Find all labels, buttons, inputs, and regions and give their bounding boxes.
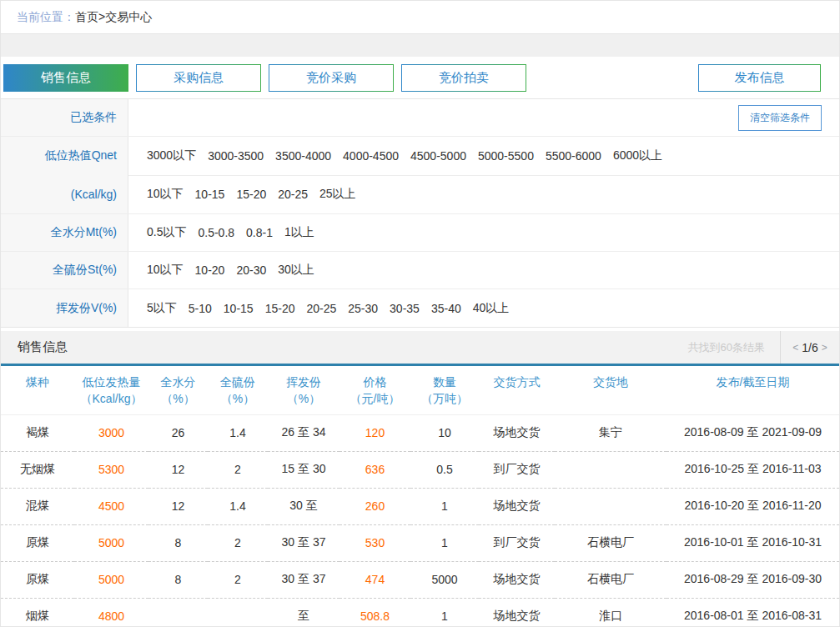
filter-option[interactable]: 15-20 <box>236 188 266 201</box>
filter-option[interactable]: 5以下 <box>147 301 177 316</box>
tab-sales-info[interactable]: 销售信息 <box>3 64 128 92</box>
clear-filters-button[interactable]: 清空筛选条件 <box>738 105 822 131</box>
prev-page-icon[interactable]: < <box>792 342 798 354</box>
breadcrumb-path[interactable]: 首页>交易中心 <box>75 10 152 25</box>
volatile-matter: 26 至 34 <box>268 414 340 451</box>
filter-options-sulfur: 10以下 10-20 20-30 30以上 <box>128 252 839 288</box>
table-row[interactable]: 原煤 5000 8 2 30 至 37 530 1 到厂交货 石横电厂 2016… <box>1 524 839 561</box>
volatile-matter: 15 至 30 <box>268 451 340 488</box>
filter-option[interactable]: 5-10 <box>189 302 212 315</box>
sales-table: 煤种 低位发热量（Kcal/kg） 全水分（%） 全硫份（%） 挥发份（%） 价… <box>1 366 839 627</box>
col-delivery-place: 交货地 <box>555 366 666 414</box>
results-header: 销售信息 共找到60条结果 < 1/6 > <box>1 331 839 366</box>
filter-option[interactable]: 1以上 <box>284 225 314 240</box>
filter-option[interactable]: 6000以上 <box>613 148 662 163</box>
filter-option[interactable]: 35-40 <box>431 302 461 315</box>
volatile-matter: 30 至 37 <box>268 524 340 561</box>
calorific-value: 4500 <box>74 488 148 524</box>
filter-row-qnet: 低位热值Qnet (Kcal/kg) 3000以下 3000-3500 3500… <box>1 137 839 214</box>
filter-option[interactable]: 20-30 <box>236 263 266 277</box>
filter-option[interactable]: 4000-4500 <box>343 149 399 163</box>
total-moisture <box>148 598 208 627</box>
table-row[interactable]: 无烟煤 5300 12 2 15 至 30 636 0.5 到厂交货 2016-… <box>1 451 839 488</box>
calorific-value: 5300 <box>74 451 148 488</box>
price: 474 <box>340 561 410 598</box>
filter-option[interactable]: 20-25 <box>306 302 336 315</box>
table-row[interactable]: 原煤 5000 8 2 30 至 37 474 5000 场地交货 石横电厂 2… <box>1 561 839 598</box>
total-sulfur: 2 <box>208 524 268 561</box>
col-total-moisture: 全水分（%） <box>148 366 208 414</box>
total-moisture: 8 <box>148 561 208 598</box>
filter-option[interactable]: 30-35 <box>390 302 420 315</box>
volatile-matter: 30 至 37 <box>268 561 340 598</box>
filter-option[interactable]: 10-15 <box>195 188 225 201</box>
filter-label-qnet-line2: (Kcal/kg) <box>71 175 117 213</box>
table-row[interactable]: 烟煤 4800 至 508.8 1 场地交货 淮口 2016-08-01 至 2… <box>1 598 839 627</box>
total-moisture: 26 <box>148 414 208 451</box>
results-title: 销售信息 <box>1 331 68 364</box>
tab-bidding-auction[interactable]: 竞价拍卖 <box>401 64 526 92</box>
filter-option[interactable]: 25以上 <box>319 187 356 202</box>
total-sulfur: 1.4 <box>208 488 268 524</box>
quantity: 0.5 <box>410 451 479 488</box>
filter-option[interactable]: 15-20 <box>265 302 295 315</box>
filter-label-selected: 已选条件 <box>1 99 128 136</box>
filter-options-qnet: 3000以下 3000-3500 3500-4000 4000-4500 450… <box>128 137 839 176</box>
delivery-method: 到厂交货 <box>479 451 555 488</box>
delivery-method: 场地交货 <box>479 488 555 524</box>
price: 120 <box>340 414 410 451</box>
filter-option[interactable]: 5500-6000 <box>546 149 601 163</box>
table-row[interactable]: 褐煤 3000 26 1.4 26 至 34 120 10 场地交货 集宁 20… <box>1 414 839 451</box>
delivery-place: 淮口 <box>555 598 666 627</box>
filter-option[interactable]: 3500-4000 <box>275 149 331 163</box>
col-date-range: 发布/截至日期 <box>666 366 839 414</box>
filter-option[interactable]: 10-15 <box>224 302 254 315</box>
coal-type: 混煤 <box>1 488 74 524</box>
filter-row-selected: 已选条件 清空筛选条件 <box>1 99 839 137</box>
volatile-matter: 30 至 <box>268 488 340 524</box>
table-header-row: 煤种 低位发热量（Kcal/kg） 全水分（%） 全硫份（%） 挥发份（%） 价… <box>1 366 839 414</box>
filter-option[interactable]: 0.8-1 <box>246 226 273 239</box>
filter-label-volatile: 挥发份V(%) <box>1 289 128 327</box>
filter-option[interactable]: 0.5-0.8 <box>198 226 234 239</box>
quantity: 10 <box>410 414 479 451</box>
filter-option[interactable]: 25-30 <box>348 302 378 315</box>
total-moisture: 8 <box>148 524 208 561</box>
page-indicator: 1/6 <box>802 341 817 354</box>
filter-option[interactable]: 30以上 <box>278 263 314 278</box>
total-sulfur <box>208 598 268 627</box>
total-sulfur: 2 <box>208 451 268 488</box>
filter-option[interactable]: 5000-5500 <box>478 149 534 163</box>
coal-type: 褐煤 <box>1 414 74 451</box>
calorific-value: 3000 <box>74 414 148 451</box>
filter-option[interactable]: 10-20 <box>195 263 225 277</box>
publish-deadline-date: 2016-08-01 至 2016-08-31 <box>666 598 839 627</box>
table-row[interactable]: 混煤 4500 12 1.4 30 至 260 1 场地交货 2016-10-2… <box>1 488 839 524</box>
total-moisture: 12 <box>148 451 208 488</box>
publish-info-button[interactable]: 发布信息 <box>698 64 821 92</box>
tab-bidding-purchase[interactable]: 竞价采购 <box>269 64 394 92</box>
filter-option[interactable]: 20-25 <box>278 188 308 201</box>
col-price: 价格（元/吨） <box>340 366 410 414</box>
price: 530 <box>340 524 410 561</box>
filter-options-qnet-sub: 10以下 10-15 15-20 20-25 25以上 <box>128 176 839 214</box>
coal-type: 原煤 <box>1 561 74 598</box>
next-page-icon[interactable]: > <box>822 342 827 354</box>
filter-option[interactable]: 0.5以下 <box>147 225 186 240</box>
total-sulfur: 2 <box>208 561 268 598</box>
col-quantity: 数量（万吨） <box>410 366 479 414</box>
delivery-place: 石横电厂 <box>555 524 666 561</box>
filter-option[interactable]: 10以下 <box>147 187 184 202</box>
filter-option[interactable]: 10以下 <box>147 263 184 278</box>
filter-option[interactable]: 3000-3500 <box>208 149 264 163</box>
filter-option[interactable]: 40以上 <box>473 301 510 316</box>
filter-option[interactable]: 3000以下 <box>147 148 196 163</box>
quantity: 1 <box>410 598 479 627</box>
tab-purchase-info[interactable]: 采购信息 <box>136 64 261 92</box>
publish-deadline-date: 2016-10-25 至 2016-11-03 <box>666 451 839 488</box>
col-delivery-method: 交货方式 <box>479 366 555 414</box>
filter-option[interactable]: 4500-5000 <box>410 149 466 163</box>
publish-deadline-date: 2016-10-20 至 2016-11-20 <box>666 488 839 524</box>
filter-options-volatile: 5以下 5-10 10-15 15-20 20-25 25-30 30-35 3… <box>128 289 839 327</box>
filter-panel: 已选条件 清空筛选条件 低位热值Qnet (Kcal/kg) 3000以下 30… <box>1 98 839 328</box>
